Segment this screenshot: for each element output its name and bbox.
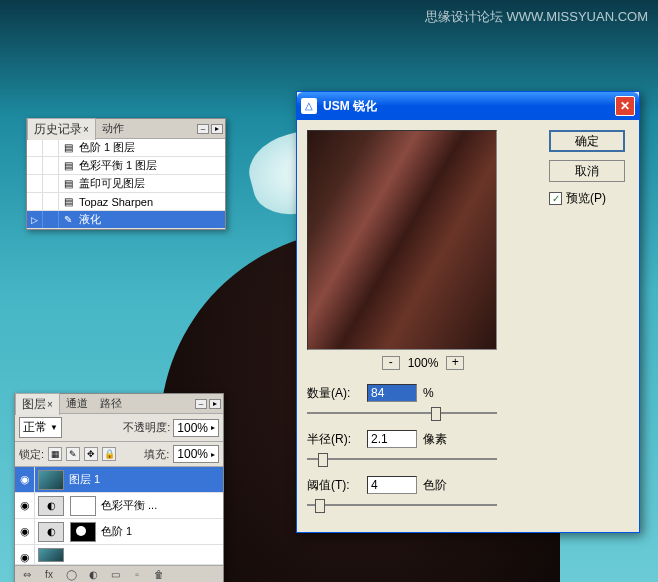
layer-name: 图层 1 (67, 472, 223, 487)
tab-close-icon[interactable]: × (83, 124, 89, 135)
threshold-unit: 色阶 (423, 477, 447, 494)
tab-channels[interactable]: 通道 (60, 394, 94, 413)
lock-image-icon[interactable]: ✎ (66, 447, 80, 461)
zoom-out-button[interactable]: - (382, 356, 400, 370)
cancel-button[interactable]: 取消 (549, 160, 625, 182)
fill-value: 100% (177, 447, 208, 461)
watermark-text: 思缘设计论坛 WWW.MISSYUAN.COM (425, 8, 648, 26)
panel-minimize-icon[interactable]: – (195, 399, 207, 409)
tab-history[interactable]: 历史记录 × (27, 118, 96, 140)
history-marker-icon: ▷ (31, 215, 38, 225)
panel-menu-icon[interactable]: ▸ (209, 399, 221, 409)
trash-icon[interactable]: 🗑 (149, 568, 169, 582)
layer-mask-thumbnail[interactable] (70, 522, 96, 542)
chevron-right-icon: ▸ (211, 450, 215, 459)
opacity-value: 100% (177, 421, 208, 435)
filter-preview[interactable] (307, 130, 497, 350)
panel-menu-icon[interactable]: ▸ (211, 124, 223, 134)
amount-input[interactable] (367, 384, 417, 402)
blend-mode-dropdown[interactable]: 正常 ▼ (19, 417, 62, 438)
opacity-label: 不透明度: (123, 420, 170, 435)
dialog-titlebar[interactable]: △ USM 锐化 ✕ (297, 92, 639, 120)
layer-thumbnail[interactable] (38, 470, 64, 490)
history-item-label: 盖印可见图层 (77, 176, 225, 191)
layer-thumbnail[interactable] (38, 548, 64, 562)
layer-row[interactable]: ◉ (15, 545, 223, 565)
layer-icon: ▤ (61, 178, 75, 189)
lock-all-icon[interactable]: 🔒 (102, 447, 116, 461)
history-panel: 历史记录 × 动作 – ▸ ▤ 色阶 1 图层 ▤ 色彩平衡 1 图层 ▤ 盖印… (26, 118, 226, 230)
history-item-label: 液化 (77, 212, 225, 227)
radius-slider[interactable] (307, 452, 497, 466)
amount-slider[interactable] (307, 406, 497, 420)
adjustment-icon[interactable]: ◐ (38, 496, 64, 516)
layers-lock-row: 锁定: ▦ ✎ ✥ 🔒 填充: 100% ▸ (15, 442, 223, 467)
ok-button[interactable]: 确定 (549, 130, 625, 152)
amount-unit: % (423, 386, 434, 400)
lock-transparent-icon[interactable]: ▦ (48, 447, 62, 461)
app-icon: △ (301, 98, 317, 114)
close-button[interactable]: ✕ (615, 96, 635, 116)
visibility-eye-icon[interactable]: ◉ (15, 493, 35, 518)
tab-actions[interactable]: 动作 (96, 119, 130, 138)
layers-panel: 图层 × 通道 路径 – ▸ 正常 ▼ 不透明度: 100% ▸ 锁定: ▦ ✎… (14, 393, 224, 582)
brush-icon: ✎ (61, 214, 75, 225)
layer-icon: ▤ (61, 160, 75, 171)
chevron-right-icon: ▸ (211, 423, 215, 432)
visibility-eye-icon[interactable]: ◉ (15, 519, 35, 544)
threshold-input[interactable] (367, 476, 417, 494)
amount-label: 数量(A): (307, 385, 361, 402)
radius-input[interactable] (367, 430, 417, 448)
adjustment-icon[interactable]: ◐ (38, 522, 64, 542)
fill-dropdown[interactable]: 100% ▸ (173, 445, 219, 463)
fx-icon[interactable]: fx (39, 568, 59, 582)
visibility-eye-icon[interactable]: ◉ (15, 467, 35, 492)
fill-label: 填充: (144, 447, 169, 462)
panel-minimize-icon[interactable]: – (197, 124, 209, 134)
threshold-slider[interactable] (307, 498, 497, 512)
layers-toolbar: ⇔ fx ◯ ◐ ▭ ▫ 🗑 (15, 565, 223, 582)
preview-checkbox-label: 预览(P) (566, 190, 606, 207)
link-icon[interactable]: ⇔ (17, 568, 37, 582)
preview-checkbox[interactable]: ✓ (549, 192, 562, 205)
history-item-selected[interactable]: ▷ ✎ 液化 (27, 211, 225, 229)
usm-sharpen-dialog: △ USM 锐化 ✕ - 100% + 数量(A): % 半径(R): 像素 (296, 91, 640, 533)
tab-layers[interactable]: 图层 × (15, 393, 60, 415)
history-item[interactable]: ▤ Topaz Sharpen (27, 193, 225, 211)
layer-row[interactable]: ◉ ◐ 色阶 1 (15, 519, 223, 545)
dialog-title: USM 锐化 (323, 98, 615, 115)
history-item[interactable]: ▤ 盖印可见图层 (27, 175, 225, 193)
mask-icon[interactable]: ◯ (61, 568, 81, 582)
adjustment-icon[interactable]: ◐ (83, 568, 103, 582)
history-panel-tabs: 历史记录 × 动作 – ▸ (27, 119, 225, 139)
history-item[interactable]: ▤ 色彩平衡 1 图层 (27, 157, 225, 175)
chevron-down-icon: ▼ (50, 423, 58, 432)
tab-layers-label: 图层 (22, 397, 46, 411)
visibility-eye-icon[interactable]: ◉ (15, 545, 35, 564)
new-layer-icon[interactable]: ▫ (127, 568, 147, 582)
history-item-label: Topaz Sharpen (77, 196, 225, 208)
layer-mask-thumbnail[interactable] (70, 496, 96, 516)
layers-blend-row: 正常 ▼ 不透明度: 100% ▸ (15, 414, 223, 442)
lock-position-icon[interactable]: ✥ (84, 447, 98, 461)
history-list: ▤ 色阶 1 图层 ▤ 色彩平衡 1 图层 ▤ 盖印可见图层 ▤ Topaz S… (27, 139, 225, 229)
layer-name: 色阶 1 (99, 524, 223, 539)
lock-label: 锁定: (19, 447, 44, 462)
layer-row[interactable]: ◉ ◐ 色彩平衡 ... (15, 493, 223, 519)
zoom-in-button[interactable]: + (446, 356, 464, 370)
history-item-label: 色彩平衡 1 图层 (77, 158, 225, 173)
opacity-dropdown[interactable]: 100% ▸ (173, 419, 219, 437)
tab-close-icon[interactable]: × (47, 399, 53, 410)
blend-mode-value: 正常 (23, 419, 47, 436)
radius-unit: 像素 (423, 431, 447, 448)
history-item[interactable]: ▤ 色阶 1 图层 (27, 139, 225, 157)
folder-icon[interactable]: ▭ (105, 568, 125, 582)
history-item-label: 色阶 1 图层 (77, 140, 225, 155)
radius-label: 半径(R): (307, 431, 361, 448)
zoom-value: 100% (408, 356, 439, 370)
tab-paths[interactable]: 路径 (94, 394, 128, 413)
layer-icon: ▤ (61, 142, 75, 153)
layers-panel-tabs: 图层 × 通道 路径 – ▸ (15, 394, 223, 414)
layer-icon: ▤ (61, 196, 75, 207)
layer-row-selected[interactable]: ◉ 图层 1 (15, 467, 223, 493)
